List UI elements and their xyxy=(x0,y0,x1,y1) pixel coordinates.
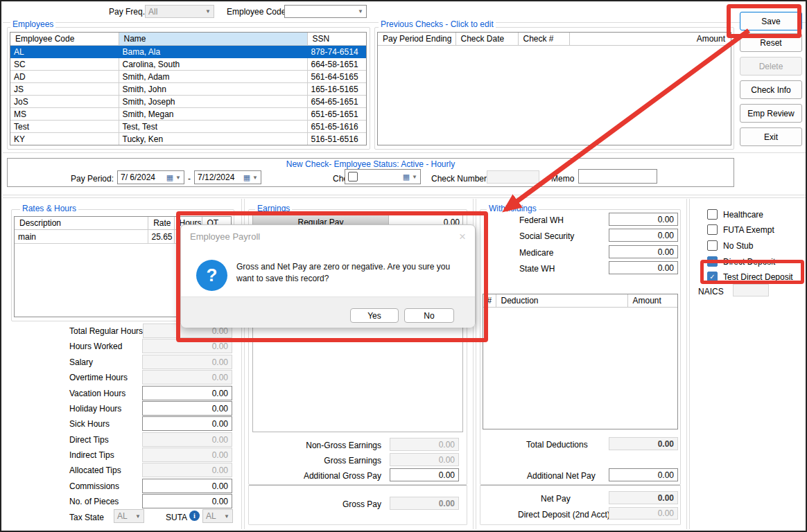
employee-row[interactable]: SCCarolina, South664-58-1651 xyxy=(10,58,366,71)
column-ssn[interactable]: SSN xyxy=(307,33,366,46)
direct-deposit-checkbox[interactable]: ✓ xyxy=(707,256,718,267)
medicare-label: Medicare xyxy=(519,248,553,258)
column-rate[interactable]: Rate xyxy=(148,217,174,230)
gross-earnings-field: 0.00 xyxy=(390,453,459,466)
chevron-down-icon: ▼ xyxy=(135,513,141,520)
employee-row[interactable]: ADSmith, Adam561-64-5165 xyxy=(10,71,366,83)
chevron-down-icon[interactable]: ▼ xyxy=(252,175,258,181)
employee-code-select[interactable]: ▼ xyxy=(284,5,367,18)
employee-payroll-dialog: Employee Payroll × ? Gross and Net Pay a… xyxy=(180,224,476,327)
healthcare-checkbox-row[interactable]: Healthcare xyxy=(707,209,763,220)
pay-freq-label: Pay Freq. xyxy=(109,7,145,17)
yes-button[interactable]: Yes xyxy=(350,308,399,323)
field-row-no-of-pieces: No. of Pieces0.00 xyxy=(69,495,232,508)
employees-table: Employee Code Name SSN ALBama, Ala878-74… xyxy=(10,32,367,145)
check-info-button[interactable]: Check Info xyxy=(740,80,802,99)
pay-period-end-datepicker[interactable]: 7/12/2024 ▦ ▼ xyxy=(194,170,261,184)
column-check-date[interactable]: Check Date xyxy=(455,33,518,46)
field-row-allocated-tips: Allocated Tips0.00 xyxy=(69,463,232,477)
field-row-indirect-tips: Indirect Tips0.00 xyxy=(69,448,232,461)
chevron-down-icon: ▼ xyxy=(205,8,211,15)
pay-period-start-datepicker[interactable]: 7/ 6/2024 ▦ ▼ xyxy=(117,170,184,184)
memo-field[interactable] xyxy=(578,169,657,184)
vacation-hours-field[interactable]: 0.00 xyxy=(142,386,232,400)
emp-review-button[interactable]: Emp Review xyxy=(740,104,802,123)
salary-field: 0.00 xyxy=(142,355,232,369)
column-deduction[interactable]: Deduction xyxy=(496,294,627,308)
dialog-message: Gross and Net Pay are zero or negative. … xyxy=(236,261,465,285)
column-number[interactable]: # xyxy=(483,294,496,308)
chevron-down-icon: ▼ xyxy=(224,513,229,520)
withholdings-label: Withholdings xyxy=(487,204,539,213)
tax-state-select: AL ▼ xyxy=(114,509,144,523)
hours-worked-field: 0.00 xyxy=(142,339,232,353)
delete-button: Delete xyxy=(740,57,802,76)
additional-gross-pay-label: Additional Gross Pay xyxy=(279,471,381,481)
chevron-down-icon[interactable]: ▼ xyxy=(175,175,181,181)
employee-payroll-window: Pay Freq. All ▼ Employee Code ▼ Employee… xyxy=(0,0,807,532)
additional-net-pay-field[interactable]: 0.00 xyxy=(609,468,678,481)
futa-exempt-checkbox[interactable] xyxy=(707,224,718,235)
employee-row[interactable]: MSSmith, Megan651-65-1651 xyxy=(10,108,366,121)
state-wh-label: State WH xyxy=(519,264,555,274)
net-pay-field: 0.00 xyxy=(609,491,678,504)
futa-exempt-checkbox-row[interactable]: FUTA Exempt xyxy=(707,224,774,235)
social-security-field[interactable]: 0.00 xyxy=(609,229,678,242)
federal-wh-field[interactable]: 0.00 xyxy=(609,213,678,226)
additional-gross-pay-field[interactable]: 0.00 xyxy=(390,468,459,481)
column-name[interactable]: Name xyxy=(119,33,307,46)
field-row-commissions: Commissions0.00 xyxy=(69,479,232,493)
test-direct-deposit-checkbox[interactable]: ✓ xyxy=(707,272,718,282)
state-wh-field[interactable]: 0.00 xyxy=(609,261,678,274)
calendar-icon[interactable]: ▦ xyxy=(243,174,250,181)
employee-row-selected[interactable]: ALBama, Ala878-74-6514 xyxy=(10,46,366,58)
column-description[interactable]: Description xyxy=(15,217,148,230)
test-direct-deposit-label: Test Direct Deposit xyxy=(723,272,793,282)
column-employee-code[interactable]: Employee Code xyxy=(10,33,119,46)
info-icon[interactable]: i xyxy=(189,511,200,521)
chevron-down-icon[interactable]: ▼ xyxy=(358,8,363,15)
employee-row[interactable]: JSSmith, John165-16-5165 xyxy=(10,83,366,96)
direct-deposit-2nd-acct-field: 0.00 xyxy=(609,507,678,520)
healthcare-checkbox[interactable] xyxy=(707,209,718,220)
employee-row[interactable]: KYTucky, Ken516-51-6516 xyxy=(10,133,366,145)
futa-exempt-label: FUTA Exempt xyxy=(723,225,774,235)
chevron-down-icon[interactable]: ▼ xyxy=(412,174,417,180)
previous-checks-table: Pay Period Ending Check Date Check # Amo… xyxy=(377,32,731,145)
no-stub-checkbox-row[interactable]: No Stub xyxy=(707,240,753,251)
check-icon: ✓ xyxy=(709,258,715,265)
indirect-tips-field: 0.00 xyxy=(142,447,232,462)
close-icon[interactable]: × xyxy=(459,231,466,242)
column-check-number[interactable]: Check # xyxy=(518,33,569,46)
pay-freq-select: All ▼ xyxy=(145,5,214,18)
employees-header-row: Employee Code Name SSN xyxy=(10,33,366,46)
calendar-icon[interactable]: ▦ xyxy=(403,173,410,181)
reset-button[interactable]: Reset xyxy=(740,33,802,52)
check-date-enable-checkbox[interactable] xyxy=(348,172,358,181)
net-pay-label: Net Pay xyxy=(541,494,571,504)
column-pay-period-ending[interactable]: Pay Period Ending xyxy=(378,33,455,46)
overtime-hours-field: 0.00 xyxy=(142,370,232,384)
column-amount[interactable]: Amount xyxy=(569,33,731,46)
additional-net-pay-label: Additional Net Pay xyxy=(527,471,596,481)
no-of-pieces-field[interactable]: 0.00 xyxy=(142,494,232,508)
direct-deposit-checkbox-row[interactable]: ✓ Direct Deposit xyxy=(707,256,775,267)
commissions-field[interactable]: 0.00 xyxy=(142,479,232,493)
no-stub-checkbox[interactable] xyxy=(707,240,718,251)
exit-button[interactable]: Exit xyxy=(740,127,802,146)
employee-row[interactable]: JoSSmith, Joseph654-65-1651 xyxy=(10,96,366,108)
test-direct-deposit-checkbox-row[interactable]: ✓ Test Direct Deposit xyxy=(707,272,793,282)
field-row-direct-tips: Direct Tips0.00 xyxy=(69,433,232,446)
save-button[interactable]: Save xyxy=(740,12,802,30)
check-date-datepicker[interactable]: ▦ ▼ xyxy=(345,169,421,184)
column-amount[interactable]: Amount xyxy=(627,294,677,308)
sick-hours-field[interactable]: 0.00 xyxy=(142,416,232,431)
no-button[interactable]: No xyxy=(404,308,454,323)
holiday-hours-field[interactable]: 0.00 xyxy=(142,401,232,416)
suta-label: SUTA xyxy=(166,513,187,522)
employee-row[interactable]: TestTest, Test651-65-1616 xyxy=(10,121,366,133)
federal-wh-label: Federal WH xyxy=(519,215,564,225)
non-gross-earnings-field: 0.00 xyxy=(390,438,459,451)
calendar-icon[interactable]: ▦ xyxy=(166,174,173,181)
medicare-field[interactable]: 0.00 xyxy=(609,245,678,258)
